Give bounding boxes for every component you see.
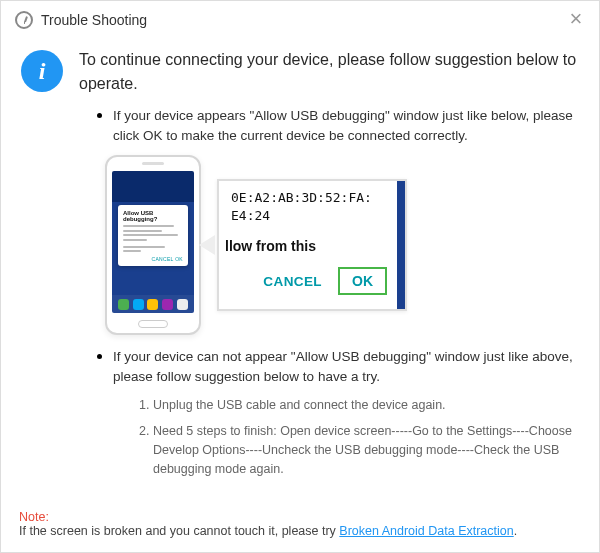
zoom-panel: 0E:A2:AB:3D:52:FA: E4:24 llow from this … [217,179,407,311]
app-icon [15,11,33,29]
window-title: Trouble Shooting [41,12,147,28]
svg-marker-0 [404,277,407,307]
allow-from-text: llow from this [219,226,405,254]
mac-line-2: E4:24 [231,207,393,225]
headline-text: To continue connecting your device, plea… [79,48,579,96]
troubleshooting-dialog: Trouble Shooting × i To continue connect… [0,0,600,553]
phone-dialog-buttons: CANCEL OK [123,256,183,262]
phone-dialog-title: Allow USB debugging? [123,210,183,222]
phone-mockup: Allow USB debugging? CANCEL OK [105,155,201,335]
bullet-1-text: If your device appears "Allow USB debugg… [113,106,579,145]
ok-button-highlight: OK [338,267,387,295]
arrow-icon [403,275,407,307]
step-1: Unplug the USB cable and connect the dev… [153,396,579,415]
content-area: i To continue connecting your device, pl… [1,40,599,504]
illustration: Allow USB debugging? CANCEL OK 0E:A2:AB:… [105,155,579,335]
note-text: If the screen is broken and you cannot t… [19,524,339,538]
callout-pointer [199,235,215,255]
titlebar: Trouble Shooting × [1,1,599,40]
bullet-2-text: If your device can not appear "Allow USB… [113,347,579,386]
note-label: Note: [19,510,579,524]
cancel-button-label: CANCEL [263,274,322,289]
mac-line-1: 0E:A2:AB:3D:52:FA: [231,189,393,207]
note-suffix: . [514,524,517,538]
footer-note: Note: If the screen is broken and you ca… [1,504,599,552]
info-icon: i [21,50,63,92]
broken-android-link[interactable]: Broken Android Data Extraction [339,524,513,538]
close-icon[interactable]: × [567,11,585,29]
phone-dialog: Allow USB debugging? CANCEL OK [118,205,188,266]
step-2: Need 5 steps to finish: Open device scre… [153,422,579,480]
